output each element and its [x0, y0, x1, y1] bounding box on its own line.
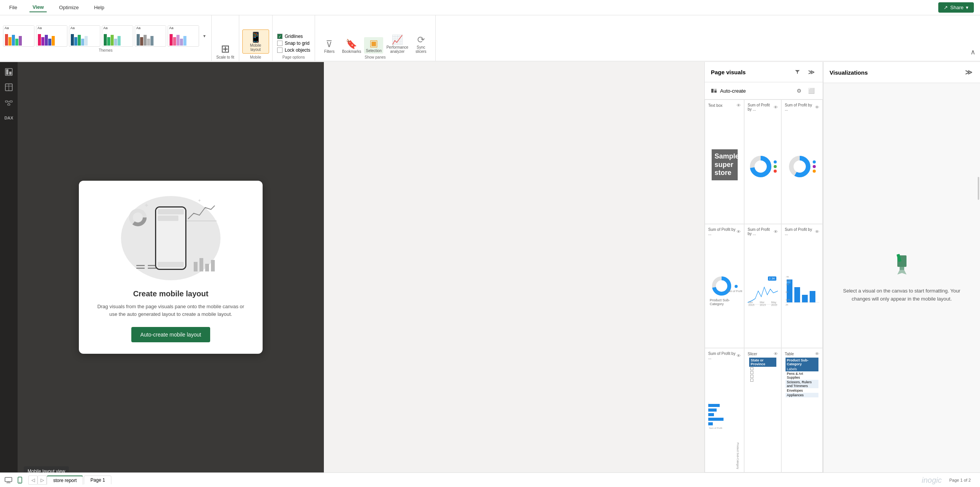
- bargrouped-preview: Product Sub-Category Sum of Profit: [708, 361, 741, 469]
- theme-item-4[interactable]: Aa: [102, 25, 133, 47]
- page-nav-next[interactable]: ▷: [38, 476, 47, 485]
- scroll-indicator: [978, 177, 979, 200]
- viz-panel-collapse-button[interactable]: ≫: [964, 67, 974, 78]
- page-options-label: Page options: [277, 55, 310, 59]
- selection-pane-button[interactable]: ▣ Selection: [364, 37, 383, 54]
- snap-label: Snap to grid: [285, 41, 310, 46]
- left-sidebar: DAX: [0, 62, 18, 472]
- snap-checkbox[interactable]: [277, 41, 283, 46]
- eye-icon-slicer[interactable]: 👁: [774, 351, 778, 356]
- mobile-layout-button[interactable]: 📱 Mobile layout: [242, 29, 269, 54]
- visual-item-donut2[interactable]: Sum of Profit by ... 👁: [781, 100, 823, 224]
- visualizations-title: Visualizations: [830, 69, 868, 76]
- eye-icon-bargrouped[interactable]: 👁: [737, 353, 741, 358]
- visual-item-linechart[interactable]: Sum of Profit by ... 👁 2.3K Jan2015Mar20…: [744, 224, 781, 348]
- create-mobile-title: Create mobile layout: [94, 289, 247, 298]
- auto-create-row[interactable]: Auto-create ⚙ ⬜: [705, 82, 823, 100]
- desktop-view-icon[interactable]: [3, 475, 14, 485]
- snap-to-grid-option[interactable]: Snap to grid: [277, 41, 310, 46]
- svg-text:-4K: -4K: [786, 276, 789, 278]
- sync-label: Syncslicers: [416, 45, 426, 54]
- page-tab-store-report[interactable]: store report: [47, 476, 83, 485]
- themes-expand-button[interactable]: ▾: [201, 32, 208, 40]
- gridlines-option[interactable]: ✓ Gridlines: [277, 34, 310, 39]
- mobile-label: Mobile layout: [250, 43, 261, 52]
- eye-icon-barchart[interactable]: 👁: [815, 229, 819, 234]
- sidebar-table-view[interactable]: [2, 80, 16, 94]
- svg-rect-30: [794, 287, 800, 302]
- page-tab-page1[interactable]: Page 1: [84, 476, 111, 484]
- collapse-panel-button[interactable]: ≫: [806, 67, 817, 77]
- visual-label-table: Table: [785, 352, 794, 356]
- bookmarks-label: Bookmarks: [342, 49, 361, 54]
- canvas-illustration: ✦ ✦: [113, 196, 228, 280]
- svg-rect-1: [6, 69, 8, 75]
- mobile-icon: 📱: [250, 31, 262, 43]
- visual-label-donut3: Sum of Profit by ...: [708, 227, 737, 236]
- menu-help[interactable]: Help: [91, 3, 108, 12]
- phone-screen: [156, 208, 185, 269]
- svg-rect-44: [708, 422, 713, 425]
- menu-file[interactable]: File: [6, 3, 20, 12]
- svg-rect-18: [711, 89, 714, 93]
- show-panes-section: ⊽ Filters 🔖 Bookmarks ▣ Selection 📈 Perf…: [315, 15, 435, 61]
- lock-objects-option[interactable]: Lock objects: [277, 47, 310, 53]
- auto-create-icon: [711, 88, 717, 94]
- lock-checkbox[interactable]: [277, 47, 283, 53]
- sidebar-model-view[interactable]: [2, 96, 16, 109]
- mobile-section-label: Mobile: [250, 55, 261, 59]
- sync-slicers-pane-button[interactable]: ⟳ Syncslicers: [412, 34, 431, 54]
- mobile-view-icon[interactable]: [15, 475, 25, 485]
- eye-icon-linechart[interactable]: 👁: [774, 229, 778, 234]
- theme-item-1[interactable]: Aa: [3, 25, 34, 47]
- theme-item-6[interactable]: Aa: [168, 25, 199, 47]
- visualizations-panel: Visualizations ≫ Select a visual on the …: [823, 62, 980, 472]
- eye-icon-donut1[interactable]: 👁: [774, 105, 778, 109]
- menu-view[interactable]: View: [29, 3, 47, 12]
- performance-label: Performanceanalyzer: [386, 45, 408, 54]
- title-bar: File View Optimize Help ↗ Share ▾: [0, 0, 980, 15]
- auto-create-mobile-button[interactable]: Auto-create mobile layout: [131, 327, 211, 342]
- page-visuals-title: Page visuals: [711, 69, 746, 75]
- settings-icon[interactable]: ⚙: [794, 85, 804, 96]
- menu-lines: [136, 265, 145, 269]
- share-button[interactable]: ↗ Share ▾: [938, 2, 974, 13]
- visual-item-bargrouped[interactable]: Sum of Profit by ... 👁 Product Sub-Categ…: [705, 348, 744, 472]
- textbox-preview: Samplesuperstore: [708, 109, 741, 221]
- ribbon-collapse-button[interactable]: ∧: [969, 46, 977, 58]
- table-preview: Product Sub-Category Labels Pens & Art S…: [786, 358, 818, 397]
- table-row-appliances: Appliances: [786, 393, 818, 397]
- create-mobile-description: Drag visuals from the page visuals pane …: [94, 303, 247, 318]
- performance-pane-button[interactable]: 📈 Performanceanalyzer: [386, 34, 408, 54]
- filters-pane-button[interactable]: ⊽ Filters: [320, 39, 339, 54]
- svg-rect-16: [205, 264, 209, 271]
- visual-item-slicer[interactable]: Slicer 👁 State or Province: [744, 348, 781, 472]
- slicer-row-3: [749, 374, 776, 378]
- scale-label[interactable]: Scale to fit: [216, 55, 234, 59]
- visual-item-donut1[interactable]: Sum of Profit by ... 👁: [744, 100, 781, 224]
- svg-rect-6: [5, 101, 8, 102]
- slicer-preview-container: State or Province: [748, 358, 778, 469]
- bookmarks-icon: 🔖: [346, 39, 357, 49]
- visual-item-table[interactable]: Table 👁 Product Sub-Category Labels Pens…: [781, 348, 823, 472]
- visual-item-textbox[interactable]: Text box 👁 Samplesuperstore: [705, 100, 744, 224]
- mobile-canvas: ✦ ✦: [79, 181, 263, 354]
- eye-icon-table[interactable]: 👁: [815, 351, 819, 356]
- eye-icon-textbox[interactable]: 👁: [737, 103, 741, 108]
- menu-optimize[interactable]: Optimize: [56, 3, 82, 12]
- theme-item-3[interactable]: Aa: [69, 25, 100, 47]
- eye-icon-donut2[interactable]: 👁: [815, 105, 819, 109]
- eye-icon-donut3[interactable]: 👁: [737, 229, 741, 234]
- eraser-icon[interactable]: ⬜: [806, 85, 817, 96]
- theme-item-2[interactable]: Aa: [36, 25, 67, 47]
- sidebar-report-view[interactable]: [2, 65, 16, 79]
- page-visuals-header: Page visuals ≫: [705, 62, 823, 82]
- filter-visuals-button[interactable]: [792, 67, 803, 77]
- sidebar-dax-query[interactable]: DAX: [2, 111, 16, 125]
- share-icon: ↗: [944, 5, 948, 10]
- theme-item-5[interactable]: Aa: [135, 25, 166, 47]
- page-nav-prev[interactable]: ◁: [28, 476, 38, 485]
- bookmarks-pane-button[interactable]: 🔖 Bookmarks: [342, 39, 361, 54]
- visual-item-barchart[interactable]: Sum of Profit by ... 👁 2K 1.6K 0K: [781, 224, 823, 348]
- gridlines-checkbox[interactable]: ✓: [277, 34, 283, 39]
